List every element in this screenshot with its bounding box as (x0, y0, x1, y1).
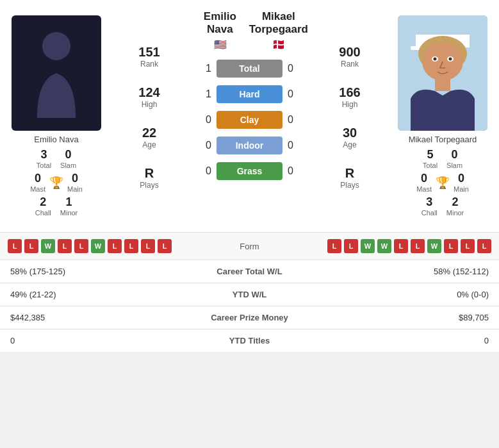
stat-left-value: 0 (0, 329, 165, 353)
form-badge: L (444, 239, 458, 253)
player2-total: 5 Total (423, 148, 438, 169)
stat-right-value: 0% (0-0) (334, 283, 499, 306)
stat-center-label: YTD Titles (165, 329, 334, 353)
stat-right-value: 0 (334, 329, 499, 353)
player1-name-top: Emilio Nava (191, 10, 249, 36)
player2-chall: 3 Chall (421, 195, 438, 217)
form-badge: W (41, 239, 55, 253)
form-badge: L (58, 239, 72, 253)
player2-age-box: 30 Age (343, 126, 357, 149)
svg-point-0 (42, 32, 70, 60)
player2-trophy-row: 0 Mast 🏆 0 Main (416, 172, 469, 193)
stat-left-value: 58% (175-125) (0, 260, 165, 283)
stat-center-label: Career Total W/L (165, 260, 334, 283)
indoor-row: 0 Indoor 0 (191, 137, 308, 154)
player2-mast: 0 Mast (416, 172, 432, 193)
player1-rank-box: 151 Rank (138, 45, 160, 69)
player1-plays-box: R Plays (140, 166, 158, 190)
p2-indoor-score: 0 (282, 140, 308, 151)
stats-row: 49% (21-22) YTD W/L 0% (0-0) (0, 283, 499, 306)
svg-point-9 (434, 58, 437, 61)
stat-right-value: $89,705 (334, 306, 499, 329)
player2-column: Mikael Torpegaard 5 Total 0 Slam 0 Mast … (391, 10, 494, 222)
hard-btn[interactable]: Hard (217, 85, 282, 103)
form-badge: L (124, 239, 138, 253)
form-label: Form (224, 242, 275, 251)
player2-flag: 🇩🇰 (250, 38, 309, 51)
center-column: Emilio Nava Mikael Torpegaard 🇺🇸 🇩🇰 1 To… (191, 10, 308, 222)
player2-stats-row1: 5 Total 0 Slam (423, 148, 462, 169)
player1-name-below: Emilio Nava (34, 135, 78, 144)
form-badge: L (477, 239, 491, 253)
stat-left-value: 49% (21-22) (0, 283, 165, 306)
player1-stats-row1: 3 Total 0 Slam (37, 148, 76, 169)
flags-row: 🇺🇸 🇩🇰 (191, 38, 308, 51)
names-row: Emilio Nava Mikael Torpegaard (191, 10, 308, 36)
p2-total-score: 0 (282, 63, 308, 74)
grass-row: 0 Grass 0 (191, 162, 308, 180)
player2-name-top: Mikael Torpegaard (249, 10, 308, 36)
player2-face (398, 15, 487, 131)
player2-trophy-icon: 🏆 (436, 176, 450, 190)
p1-clay-score: 0 (191, 114, 217, 126)
stats-row: $442,385 Career Prize Money $89,705 (0, 306, 499, 329)
p2-grass-score: 0 (282, 165, 308, 177)
form-badge: L (108, 239, 122, 253)
top-section: Emilio Nava 3 Total 0 Slam 0 Mast 🏆 (0, 0, 499, 232)
player2-minor: 2 Minor (446, 195, 464, 217)
stats-row: 0 YTD Titles 0 (0, 329, 499, 353)
player1-age-box: 22 Age (142, 126, 156, 149)
player1-trophy-row: 0 Mast 🏆 0 Main (30, 172, 83, 193)
form-badge: L (158, 239, 172, 253)
player1-silhouette (31, 28, 82, 118)
player2-photo (398, 15, 487, 131)
form-badge: L (141, 239, 155, 253)
stat-left-value: $442,385 (0, 306, 165, 329)
indoor-btn[interactable]: Indoor (217, 137, 282, 154)
main-container: Emilio Nava 3 Total 0 Slam 0 Mast 🏆 (0, 0, 499, 352)
svg-rect-11 (435, 78, 450, 91)
player1-high-box: 124 High (138, 85, 160, 109)
player1-minor: 1 Minor (60, 195, 78, 217)
svg-point-10 (449, 58, 452, 61)
player1-photo (12, 15, 101, 131)
p2-clay-score: 0 (282, 114, 308, 126)
stat-right-value: 58% (152-112) (334, 260, 499, 283)
player2-stats-row2: 3 Chall 2 Minor (421, 195, 464, 217)
player1-form-badges: LLWLLWLLLL (8, 239, 219, 253)
hard-row: 1 Hard 0 (191, 85, 308, 103)
p1-hard-score: 1 (191, 88, 217, 100)
form-section: LLWLLWLLLL Form LLWWLLWLLL (0, 232, 499, 260)
clay-btn[interactable]: Clay (217, 111, 282, 129)
player1-column: Emilio Nava 3 Total 0 Slam 0 Mast 🏆 (5, 10, 108, 222)
player2-high-box: 166 High (339, 85, 360, 109)
player1-total: 3 Total (37, 148, 51, 169)
player2-slam: 0 Slam (446, 148, 462, 169)
clay-row: 0 Clay 0 (191, 111, 308, 129)
form-badge: L (344, 239, 358, 253)
p1-indoor-score: 0 (191, 140, 217, 151)
form-badge: W (427, 239, 441, 253)
stats-row: 58% (175-125) Career Total W/L 58% (152-… (0, 260, 499, 283)
player1-stats-row2: 2 Chall 1 Minor (35, 195, 78, 217)
form-badge: L (461, 239, 475, 253)
form-badge: L (24, 239, 38, 253)
player1-chall: 2 Chall (35, 195, 51, 217)
player2-stats-col: 900 Rank 166 High 30 Age R Plays (308, 10, 391, 222)
player2-form-badges: LLWWLLWLLL (281, 239, 492, 253)
player1-main: 0 Main (67, 172, 83, 193)
stat-center-label: Career Prize Money (165, 306, 334, 329)
stat-center-label: YTD W/L (165, 283, 334, 306)
player2-rank-box: 900 Rank (339, 45, 360, 69)
player1-mast: 0 Mast (30, 172, 45, 193)
form-badge: L (411, 239, 425, 253)
form-badge: L (394, 239, 408, 253)
player2-plays-box: R Plays (340, 166, 359, 190)
player1-flag: 🇺🇸 (191, 38, 250, 51)
grass-btn[interactable]: Grass (217, 162, 282, 180)
player2-name-below: Mikael Torpegaard (409, 135, 477, 144)
player1-trophy-icon: 🏆 (49, 176, 63, 190)
form-badge: L (8, 239, 22, 253)
form-badge: W (91, 239, 105, 253)
stats-table: 58% (175-125) Career Total W/L 58% (152-… (0, 260, 499, 352)
